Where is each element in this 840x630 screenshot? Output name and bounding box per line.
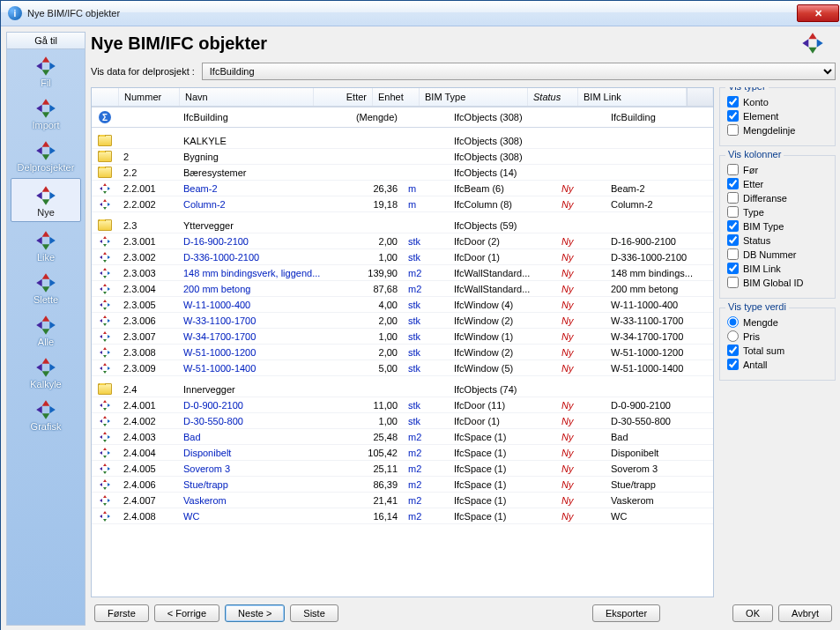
group-vis-verdi: Vis type verdi MengdePrisTotal sumAntall [719, 308, 836, 381]
cancel-button[interactable]: Avbryt [778, 604, 832, 622]
folder-icon [98, 167, 112, 178]
table-row[interactable]: 2.4.002D-30-550-8001,00stkIfcDoor (1)NyD… [92, 413, 713, 429]
ifc-icon [34, 184, 57, 207]
ifc-icon [34, 271, 57, 294]
ifc-node-icon [100, 511, 110, 522]
checkbox-antall[interactable]: Antall [727, 359, 828, 370]
checkbox-konto[interactable]: Konto [727, 96, 828, 107]
checkbox-element[interactable]: Element [727, 110, 828, 122]
col-etter[interactable]: Etter [314, 88, 373, 106]
last-button[interactable]: Siste [290, 604, 338, 622]
radio-mengde[interactable]: Mengde [727, 316, 828, 328]
table-row[interactable]: 2.3.004200 mm betong87,68m2IfcWallStanda… [92, 281, 713, 297]
table-row[interactable]: 2.2BæresystemerIfcObjects (14) [92, 165, 713, 181]
object-table: Nummer Navn Etter Enhet BIM Type Status … [91, 87, 714, 597]
table-row[interactable]: 2.4.003Bad25,48m2IfcSpace (1)NyBad [92, 429, 713, 445]
app-logo [800, 32, 825, 57]
table-body[interactable]: ΣIfcBuilding(Mengde)IfcObjects (308)IfcB… [92, 107, 713, 597]
table-row[interactable]: 2.4.008WC16,14m2IfcSpace (1)NyWC [92, 508, 713, 524]
table-row[interactable]: 2.2.002Column-219,18mIfcColumn (8)NyColu… [92, 196, 713, 212]
ifc-icon [34, 229, 57, 252]
ifc-node-icon [100, 495, 110, 506]
table-row[interactable]: 2.3.003148 mm bindingsverk, liggend...13… [92, 265, 713, 281]
ok-button[interactable]: OK [732, 604, 773, 622]
ifc-node-icon [100, 300, 110, 310]
table-header: Nummer Navn Etter Enhet BIM Type Status … [92, 88, 713, 107]
col-status[interactable]: Status [528, 88, 578, 106]
dialog-window: i Nye BIM/IFC objekter ✕ Gå til FilImpor… [0, 0, 840, 630]
sidebar-item-label: Import [32, 120, 59, 130]
sidebar-item-fil[interactable]: Fil [7, 49, 85, 92]
sidebar-item-label: Kalkyle [30, 379, 61, 389]
titlebar: i Nye BIM/IFC objekter ✕ [1, 1, 840, 26]
table-row[interactable]: ΣIfcBuilding(Mengde)IfcObjects (308)IfcB… [92, 107, 713, 128]
sidebar-item-grafisk[interactable]: Grafisk [7, 393, 85, 435]
table-row[interactable]: 2.4.006Stue/trapp86,39m2IfcSpace (1)NySt… [92, 477, 713, 493]
checkbox-total-sum[interactable]: Total sum [727, 345, 828, 356]
next-button[interactable]: Neste > [225, 604, 285, 622]
table-row[interactable]: 2.4.005Soverom 325,11m2IfcSpace (1)NySov… [92, 461, 713, 477]
table-row[interactable]: 2.3.009W-51-1000-14005,00stkIfcWindow (5… [92, 360, 713, 376]
folder-icon [98, 135, 112, 146]
ifc-icon [34, 356, 57, 379]
col-nummer[interactable]: Nummer [119, 88, 180, 106]
ifc-node-icon [100, 183, 110, 194]
sidebar-item-kalkyle[interactable]: Kalkyle [7, 351, 85, 393]
checkbox-etter[interactable]: Etter [727, 178, 828, 189]
ifc-node-icon [100, 236, 110, 247]
table-row[interactable]: 2.4.001D-0-900-210011,00stkIfcDoor (11)N… [92, 397, 713, 413]
checkbox-db-nummer[interactable]: DB Nummer [727, 248, 828, 260]
ifc-node-icon [100, 199, 110, 210]
table-row[interactable]: 2.3.008W-51-1000-12002,00stkIfcWindow (2… [92, 345, 713, 360]
ifc-node-icon [100, 347, 110, 358]
table-row[interactable]: 2.3.005W-11-1000-4004,00stkIfcWindow (4)… [92, 297, 713, 313]
col-bim[interactable]: BIM Type [420, 88, 528, 106]
sidebar-item-nye[interactable]: Nye [11, 178, 81, 222]
col-navn[interactable]: Navn [180, 88, 314, 106]
first-button[interactable]: Første [94, 604, 149, 622]
table-row[interactable]: 2.3.001D-16-900-21002,00stkIfcDoor (2)Ny… [92, 233, 713, 249]
subproject-select[interactable]: IfcBuilding [202, 63, 836, 80]
checkbox-bim-link[interactable]: BIM Link [727, 263, 828, 274]
close-button[interactable]: ✕ [797, 4, 839, 22]
checkbox-type[interactable]: Type [727, 206, 828, 218]
sidebar-item-like[interactable]: Like [7, 224, 85, 266]
footer-buttons: Første < Forrige Neste > Siste Eksporter… [91, 597, 836, 626]
col-link[interactable]: BIM Link [578, 88, 687, 106]
subproject-label: Vis data for delprosjekt : [91, 66, 195, 77]
sidebar-item-slette[interactable]: Slette [7, 266, 85, 308]
table-row[interactable]: 2.4.007Vaskerom21,41m2IfcSpace (1)NyVask… [92, 493, 713, 508]
table-row[interactable]: 2.3.002D-336-1000-21001,00stkIfcDoor (1)… [92, 249, 713, 265]
table-row[interactable]: 2BygningIfcObjects (308) [92, 149, 713, 165]
checkbox-mengdelinje[interactable]: Mengdelinje [727, 124, 828, 136]
table-row[interactable]: 2.3.007W-34-1700-17001,00stkIfcWindow (1… [92, 329, 713, 345]
export-button[interactable]: Eksporter [592, 604, 660, 622]
sigma-icon: Σ [99, 111, 111, 123]
sidebar-item-import[interactable]: Import [7, 92, 85, 134]
table-row[interactable]: 2.3YtterveggerIfcObjects (59) [92, 218, 713, 233]
table-row[interactable]: 2.3.006W-33-1100-17002,00stkIfcWindow (2… [92, 313, 713, 329]
ifc-icon [34, 314, 57, 337]
sidebar-item-label: Like [37, 252, 55, 263]
col-enhet[interactable]: Enhet [373, 88, 420, 106]
ifc-node-icon [100, 363, 110, 374]
ifc-node-icon [100, 479, 110, 490]
table-row[interactable]: 2.4.004Disponibelt105,42m2IfcSpace (1)Ny… [92, 445, 713, 461]
radio-pris[interactable]: Pris [727, 330, 828, 342]
table-row[interactable]: KALKYLEIfcObjects (308) [92, 133, 713, 149]
checkbox-før[interactable]: Før [727, 164, 828, 175]
ifc-node-icon [100, 268, 110, 278]
ifc-node-icon [100, 315, 110, 326]
ifc-icon [34, 398, 57, 421]
table-row[interactable]: 2.4InnerveggerIfcObjects (74) [92, 382, 713, 397]
sidebar-item-label: Alle [38, 337, 54, 347]
sidebar-item-delprosjekter[interactable]: Delprosjekter [7, 134, 85, 176]
sidebar-item-alle[interactable]: Alle [7, 308, 85, 351]
table-row[interactable]: 2.2.001Beam-226,36mIfcBeam (6)NyBeam-2 [92, 181, 713, 196]
checkbox-differanse[interactable]: Differanse [727, 192, 828, 204]
checkbox-bim-global-id[interactable]: BIM Global ID [727, 277, 828, 288]
checkbox-status[interactable]: Status [727, 234, 828, 246]
prev-button[interactable]: < Forrige [154, 604, 219, 622]
sidebar: Gå til FilImportDelprosjekterNyeLikeSlet… [6, 32, 85, 626]
checkbox-bim-type[interactable]: BIM Type [727, 220, 828, 232]
